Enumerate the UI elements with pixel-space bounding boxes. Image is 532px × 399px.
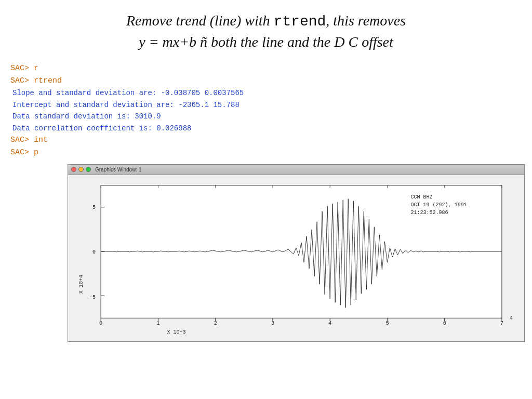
svg-text:7: 7: [500, 321, 503, 326]
title-line1: Remove trend (line) with rtrend, this re…: [10, 10, 522, 32]
minimize-button[interactable]: [78, 167, 84, 172]
output-slope: Slope and standard deviation are: -0.038…: [10, 87, 522, 99]
svg-text:0: 0: [92, 249, 96, 255]
svg-text:1: 1: [156, 321, 159, 326]
cmd-r: SAC> r: [10, 62, 522, 75]
svg-text:5: 5: [385, 321, 389, 326]
graphics-titlebar: Graphics Window: 1: [68, 165, 524, 175]
svg-text:X 10+4: X 10+4: [78, 275, 84, 294]
cmd-p: SAC> p: [10, 147, 522, 159]
title-area: Remove trend (line) with rtrend, this re…: [10, 5, 522, 60]
titlebar-buttons: [71, 167, 91, 172]
svg-text:−5: −5: [89, 295, 96, 300]
output-intercept: Intercept and standard deviation are: -2…: [10, 99, 522, 111]
graphics-window: Graphics Window: 1 5 0 −5 0 1: [68, 164, 525, 342]
cmd-rtrend: SAC> rtrend: [10, 75, 522, 87]
svg-text:2: 2: [214, 321, 217, 326]
graphics-plot-area: 5 0 −5 0 1 2 3 4 5 6: [68, 175, 524, 341]
main-content: Remove trend (line) with rtrend, this re…: [0, 0, 532, 347]
seismogram-plot: 5 0 −5 0 1 2 3 4 5 6: [72, 179, 520, 337]
output-correlation: Data correlation coefficient is: 0.02698…: [10, 123, 522, 134]
svg-text:X 10+3: X 10+3: [167, 329, 185, 335]
svg-text:4: 4: [328, 321, 331, 326]
svg-text:OCT 19 (292), 1991: OCT 19 (292), 1991: [411, 202, 467, 208]
svg-text:21:23:52.986: 21:23:52.986: [411, 210, 448, 216]
svg-text:4: 4: [510, 315, 513, 321]
svg-text:CCM   BHZ: CCM BHZ: [411, 194, 433, 200]
svg-text:6: 6: [443, 321, 446, 326]
svg-text:5: 5: [92, 205, 96, 210]
close-button[interactable]: [71, 167, 76, 172]
cmd-int: SAC> int: [10, 134, 522, 147]
title-line2: y = mx+b ñ both the line and the D C off…: [10, 32, 522, 52]
output-stddev: Data standard deviation is: 3010.9: [10, 111, 522, 122]
svg-text:3: 3: [271, 321, 274, 326]
terminal-area: SAC> r SAC> rtrend Slope and standard de…: [10, 60, 522, 162]
svg-text:0: 0: [99, 321, 102, 326]
graphics-window-title: Graphics Window: 1: [95, 167, 141, 172]
maximize-button[interactable]: [86, 167, 91, 172]
